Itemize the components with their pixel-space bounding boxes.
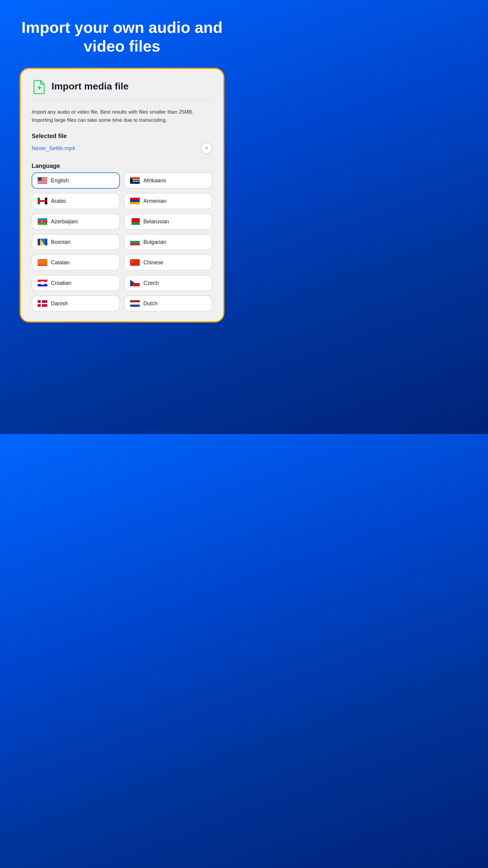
lang-btn-arabic[interactable]: Arabic — [32, 193, 120, 209]
flag-catalan — [38, 259, 47, 266]
svg-rect-32 — [130, 202, 140, 204]
flag-bulgarian — [130, 239, 140, 245]
flag-croatian — [38, 280, 47, 286]
svg-rect-76 — [130, 302, 140, 304]
svg-rect-13 — [38, 183, 47, 184]
lang-label-danish: Danish — [51, 301, 68, 307]
card-header: Import media file — [32, 79, 213, 94]
svg-rect-49 — [130, 239, 140, 241]
lang-label-arabic: Arabic — [51, 198, 66, 204]
svg-rect-11 — [38, 182, 47, 182]
flag-azerbaijani — [38, 218, 47, 225]
lang-btn-belarusian[interactable]: Belarusian — [124, 213, 213, 230]
flag-armenian — [130, 198, 140, 204]
svg-rect-54 — [38, 261, 47, 261]
svg-rect-29 — [38, 200, 47, 202]
selected-file-name: Never_Settle.mp4 — [32, 145, 75, 152]
svg-rect-74 — [38, 303, 47, 304]
lang-label-catalan: Catalan — [51, 259, 70, 266]
svg-rect-56 — [38, 263, 47, 264]
language-label: Language — [32, 162, 213, 169]
header-divider — [32, 100, 213, 101]
lang-label-croatian: Croatian — [51, 280, 71, 286]
lang-label-afrikaans: Afrikaans — [143, 178, 166, 184]
svg-rect-58 — [38, 265, 47, 266]
hero-title: Import your own audio and video files — [0, 0, 244, 68]
lang-label-english: English — [51, 178, 69, 184]
lang-label-czech: Czech — [143, 280, 159, 286]
lang-label-azerbaijani: Azerbaijani — [51, 218, 78, 225]
lang-label-bulgarian: Bulgarian — [143, 239, 166, 245]
language-grid: English Afrikaans Arabic Arme — [32, 173, 213, 312]
lang-label-armenian: Armenian — [143, 198, 167, 204]
svg-rect-57 — [38, 265, 47, 265]
svg-rect-35 — [38, 223, 47, 225]
lang-btn-croatian[interactable]: Croatian — [32, 275, 120, 291]
svg-rect-10 — [38, 181, 47, 182]
svg-rect-14 — [38, 184, 47, 184]
file-plus-icon — [32, 79, 47, 94]
selected-file-label: Selected file — [32, 133, 213, 140]
svg-rect-68 — [41, 281, 44, 285]
svg-rect-50 — [130, 241, 140, 243]
lang-btn-bulgarian[interactable]: Bulgarian — [124, 234, 213, 250]
import-card: Import media file Import any audio or vi… — [20, 68, 224, 322]
svg-rect-51 — [130, 243, 140, 245]
lang-label-dutch: Dutch — [143, 301, 158, 307]
lang-label-bosnian: Bosnian — [51, 239, 70, 245]
flag-english — [38, 177, 47, 184]
svg-rect-53 — [38, 259, 47, 260]
lang-btn-danish[interactable]: Danish — [32, 296, 120, 312]
svg-rect-33 — [38, 218, 47, 220]
lang-btn-chinese[interactable]: Chinese — [124, 254, 213, 271]
lang-label-belarusian: Belarusian — [143, 218, 169, 225]
flag-bosnian — [38, 239, 47, 245]
svg-rect-12 — [38, 182, 47, 183]
svg-rect-30 — [130, 198, 140, 200]
lang-btn-bosnian[interactable]: Bosnian — [32, 234, 120, 250]
flag-chinese — [130, 259, 140, 266]
svg-rect-40 — [130, 218, 132, 225]
svg-rect-9 — [38, 181, 47, 181]
flag-danish — [38, 300, 47, 307]
lang-btn-armenian[interactable]: Armenian — [124, 193, 213, 209]
card-description: Import any audio or video file. Best res… — [32, 108, 213, 124]
lang-label-chinese: Chinese — [143, 259, 163, 266]
svg-rect-15 — [38, 177, 41, 181]
lang-btn-english[interactable]: English — [32, 173, 120, 189]
card-title: Import media file — [52, 81, 129, 92]
svg-rect-31 — [130, 200, 140, 202]
selected-file-row: Never_Settle.mp4 × — [32, 143, 213, 154]
lang-btn-catalan[interactable]: Catalan — [32, 254, 120, 271]
svg-rect-59 — [130, 259, 140, 266]
svg-rect-77 — [130, 305, 140, 307]
clear-file-button[interactable]: × — [201, 143, 213, 154]
flag-belarusian — [130, 218, 140, 225]
flag-afrikaans — [130, 177, 140, 184]
svg-rect-75 — [130, 300, 140, 302]
flag-arabic — [38, 198, 47, 204]
lang-btn-azerbaijani[interactable]: Azerbaijani — [32, 213, 120, 230]
svg-point-37 — [42, 221, 44, 222]
svg-rect-55 — [38, 262, 47, 262]
lang-btn-afrikaans[interactable]: Afrikaans — [124, 173, 213, 189]
lang-btn-dutch[interactable]: Dutch — [124, 296, 213, 312]
flag-dutch — [130, 300, 140, 307]
lang-btn-czech[interactable]: Czech — [124, 275, 213, 291]
flag-czech — [130, 280, 140, 286]
